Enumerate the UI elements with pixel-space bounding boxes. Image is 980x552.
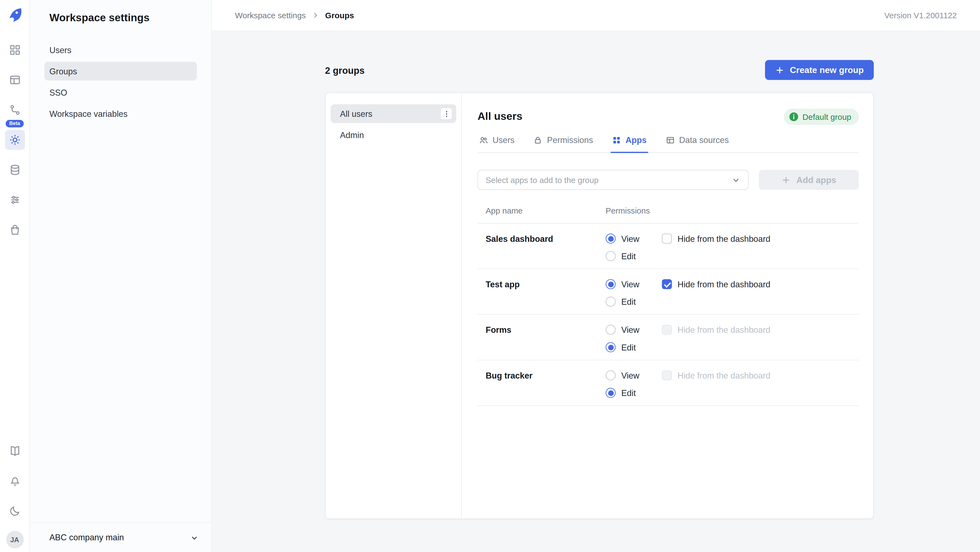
view-label: View <box>621 279 640 289</box>
edit-radio[interactable] <box>606 251 616 261</box>
docs-icon[interactable] <box>5 441 24 461</box>
edit-radio-option[interactable]: Edit <box>606 388 662 398</box>
group-item-label: All users <box>340 109 372 118</box>
main-content: Workspace settings Groups Version V1.200… <box>212 0 980 552</box>
sidebar-item-groups[interactable]: Groups <box>45 62 197 81</box>
hide-label: Hide from the dashboard <box>678 279 770 289</box>
sidebar-item-label: SSO <box>49 88 67 97</box>
default-group-badge: Default group <box>784 109 859 125</box>
breadcrumb-current: Groups <box>325 11 354 20</box>
sidebar-item-label: Workspace variables <box>49 109 127 118</box>
edit-radio-option[interactable]: Edit <box>606 342 662 352</box>
workflows-icon[interactable] <box>5 100 24 120</box>
notifications-bell-icon[interactable] <box>5 471 24 491</box>
tab-permissions[interactable]: Permissions <box>532 130 594 152</box>
tab-data-sources[interactable]: Data sources <box>664 130 730 152</box>
groups-card: All users Admin All users <box>325 92 874 519</box>
chevron-right-icon <box>312 11 320 19</box>
app-builder-icon[interactable] <box>5 70 24 90</box>
view-label: View <box>621 234 640 243</box>
app-name: Sales dashboard <box>477 234 606 261</box>
app-name: Bug tracker <box>477 370 606 398</box>
create-new-group-label: Create new group <box>790 65 864 75</box>
beta-badge: Beta <box>5 120 24 127</box>
group-list: All users Admin <box>326 93 462 519</box>
view-radio[interactable] <box>606 325 616 335</box>
table-row: Test app View Edit Hide from the dashboa… <box>477 269 859 314</box>
group-item-admin[interactable]: Admin <box>331 125 456 144</box>
group-menu-kebab-icon[interactable] <box>440 107 453 120</box>
tab-label: Data sources <box>679 136 729 145</box>
view-radio-option[interactable]: View <box>606 325 662 335</box>
plus-icon <box>781 175 791 184</box>
edit-radio[interactable] <box>606 342 616 352</box>
edit-label: Edit <box>621 343 636 352</box>
app-name: Test app <box>477 279 606 307</box>
hide-checkbox[interactable] <box>662 279 672 289</box>
hide-checkbox[interactable] <box>662 234 672 244</box>
group-item-all-users[interactable]: All users <box>331 104 456 123</box>
user-avatar[interactable]: JA <box>6 531 24 548</box>
group-title: All users <box>477 111 522 123</box>
edit-radio[interactable] <box>606 297 616 307</box>
hide-checkbox <box>662 370 672 381</box>
group-item-label: Admin <box>340 130 364 140</box>
database-icon[interactable] <box>5 160 24 180</box>
view-radio[interactable] <box>606 234 616 244</box>
edit-radio-option[interactable]: Edit <box>606 251 662 261</box>
apps-permissions-table: App name Permissions Sales dashboard Vie… <box>477 202 859 406</box>
hide-from-dashboard-option[interactable]: Hide from the dashboard <box>662 279 859 289</box>
view-radio[interactable] <box>606 279 616 289</box>
global-settings-icon[interactable] <box>5 190 24 210</box>
groups-count: 2 groups <box>325 65 364 75</box>
settings-sidebar: Workspace settings Users Groups SSO Work… <box>30 0 212 552</box>
apps-select-placeholder: Select apps to add to the group <box>486 175 598 184</box>
topbar: Workspace settings Groups Version V1.200… <box>212 0 980 31</box>
sidebar-item-users[interactable]: Users <box>45 41 197 59</box>
sidebar-item-label: Users <box>49 45 72 54</box>
hide-checkbox <box>662 325 672 335</box>
edit-radio[interactable] <box>606 388 616 398</box>
apps-select-input[interactable]: Select apps to add to the group <box>477 170 749 190</box>
column-header-permissions: Permissions <box>606 206 650 216</box>
column-header-app-name: App name <box>477 206 606 216</box>
create-new-group-button[interactable]: Create new group <box>765 60 874 80</box>
tab-users[interactable]: Users <box>477 130 516 152</box>
apps-grid-icon[interactable] <box>5 40 24 60</box>
marketplace-icon[interactable] <box>5 220 24 240</box>
workspace-switcher[interactable]: ABC company main <box>30 522 211 552</box>
edit-label: Edit <box>621 297 636 306</box>
hide-label: Hide from the dashboard <box>678 325 770 335</box>
edit-radio-option[interactable]: Edit <box>606 297 662 307</box>
edit-label: Edit <box>621 251 636 261</box>
table-row: Bug tracker View Edit Hide from the dash… <box>477 360 859 406</box>
chevron-down-icon <box>732 175 741 184</box>
sidebar-item-workspace-variables[interactable]: Workspace variables <box>45 104 197 123</box>
view-radio-option[interactable]: View <box>606 234 662 244</box>
breadcrumb-parent[interactable]: Workspace settings <box>235 11 306 20</box>
view-radio[interactable] <box>606 370 616 381</box>
workspace-settings-icon[interactable] <box>5 130 24 150</box>
group-detail-tabs: Users Permissions <box>477 130 859 153</box>
sidebar-item-sso[interactable]: SSO <box>45 83 197 102</box>
hide-from-dashboard-option: Hide from the dashboard <box>662 370 859 381</box>
view-label: View <box>621 371 640 380</box>
sidebar-item-label: Groups <box>49 67 77 76</box>
app-logo-icon[interactable] <box>5 5 24 24</box>
hide-from-dashboard-option: Hide from the dashboard <box>662 325 859 335</box>
datasource-icon <box>665 136 675 145</box>
application-window: Beta JA Workspace settings Users <box>0 0 980 552</box>
theme-moon-icon[interactable] <box>5 501 24 521</box>
version-label: Version V1.2001122 <box>885 11 957 20</box>
view-radio-option[interactable]: View <box>606 279 662 289</box>
hide-from-dashboard-option[interactable]: Hide from the dashboard <box>662 234 859 244</box>
add-apps-button[interactable]: Add apps <box>759 170 859 190</box>
view-radio-option[interactable]: View <box>606 370 662 381</box>
chevron-down-icon <box>190 533 199 542</box>
edit-label: Edit <box>621 388 636 397</box>
tab-label: Apps <box>625 136 646 145</box>
tab-apps[interactable]: Apps <box>611 130 648 152</box>
users-icon <box>479 136 488 145</box>
app-name: Forms <box>477 325 606 352</box>
view-label: View <box>621 325 640 335</box>
